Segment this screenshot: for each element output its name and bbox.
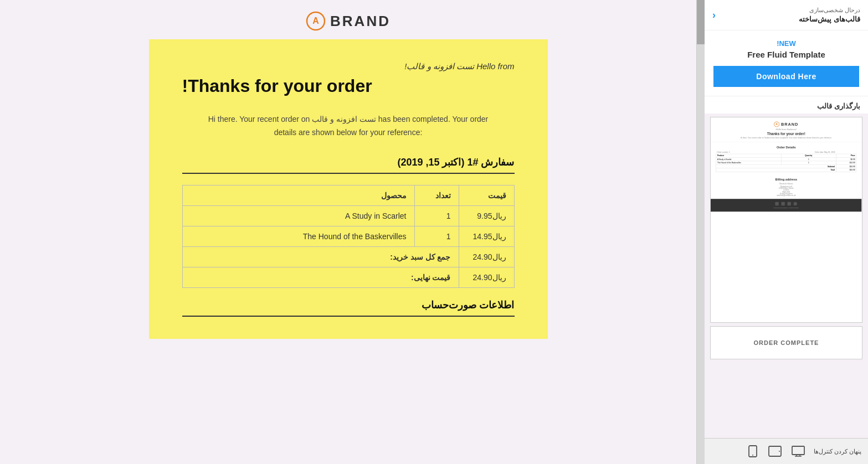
tablet-view-button[interactable] — [767, 444, 783, 458]
order-table: محصول تعداد قیمت A Study in Scarlet 1 ری… — [182, 185, 515, 288]
order-description: Hi there. Your recent order on تست افزون… — [182, 113, 515, 140]
email-template-box: Hello from تست افزونه و قالب! !Thanks fo… — [149, 39, 548, 339]
desktop-view-button[interactable] — [790, 444, 806, 458]
svg-point-2 — [774, 122, 779, 127]
preview-scale-wrapper: A BRAND Hello from Kadence! Thanks for y… — [711, 117, 862, 212]
table-row: قیمت نهایی: ریال24.90 — [182, 267, 514, 287]
sidebar-content: › درحال شخصی‌سازی قالب‌های پیش‌ساخته !NE… — [705, 0, 868, 464]
fluid-template-section: !NEW Free Fluid Template Download Here — [705, 30, 868, 96]
product-price-2: ریال14.95 — [459, 226, 514, 246]
preview-billing-city: London — [716, 189, 856, 191]
total-price: ریال24.90 — [459, 267, 514, 287]
tablet-icon — [768, 445, 782, 457]
brand-logo-icon: A — [306, 11, 326, 31]
sidebar: › درحال شخصی‌سازی قالب‌های پیش‌ساخته !NE… — [696, 0, 868, 464]
col-product: محصول — [182, 185, 414, 205]
table-row: A Study in Scarlet 1 ریال9.95 — [182, 205, 514, 226]
subtotal-label: جمع کل سبد خرید: — [182, 246, 459, 267]
preview-brand-name: BRAND — [781, 122, 798, 126]
thanks-heading: !Thanks for your order — [182, 76, 515, 96]
preview-hello: Hello from Kadence! — [717, 128, 855, 131]
prebuilt-templates-section[interactable]: › درحال شخصی‌سازی قالب‌های پیش‌ساخته — [705, 0, 868, 30]
col-qty: تعداد — [414, 185, 459, 205]
svg-rect-8 — [792, 446, 804, 455]
product-price-1: ریال9.95 — [459, 205, 514, 226]
preview-billing-name: Sherlock Holmes — [716, 183, 856, 186]
chevron-right-icon[interactable]: › — [712, 9, 716, 21]
sidebar-bottom-toolbar: پنهان کردن کنترل‌ها — [705, 438, 868, 464]
new-badge: !NEW — [713, 39, 859, 48]
preview-order-num: Order number: 1 — [716, 151, 781, 153]
brand-name: BRAND — [330, 13, 391, 30]
product-qty-2: 1 — [414, 226, 459, 246]
download-here-button[interactable]: Download Here — [713, 66, 859, 87]
preview-desc: Hi there. Your recent order on Kadence h… — [717, 137, 855, 140]
preview-order-date: Order date: May 01, 2018 — [781, 151, 836, 153]
brand-header: A BRAND — [306, 6, 391, 39]
order-complete-label: ORDER COMPLETE — [754, 339, 819, 346]
svg-text:A: A — [776, 123, 778, 126]
prebuilt-top-label: درحال شخصی‌سازی — [799, 7, 860, 14]
preview-billing-email: sherlock@holmes.co.uk — [716, 194, 856, 196]
table-row: جمع کل سبد خرید: ریال24.90 — [182, 246, 514, 267]
desktop-icon — [792, 445, 805, 457]
col-price: قیمت — [459, 185, 514, 205]
scrollbar-thumb[interactable] — [697, 0, 705, 44]
product-name-2: The Hound of the Baskervilles — [182, 226, 414, 246]
preview-thanks: Thanks for your order! — [717, 132, 855, 136]
subtotal-price: ریال24.90 — [459, 246, 514, 267]
order-desc-line1: Hi there. Your recent order on تست افزون… — [182, 113, 515, 126]
order-title: سفارش #1 (اکتبر 15, 2019) — [182, 156, 515, 174]
template-preview-1[interactable]: A BRAND Hello from Kadence! Thanks for y… — [710, 117, 862, 323]
svg-point-5 — [752, 455, 753, 456]
preview-billing-post: NW1 6XE — [716, 191, 856, 193]
template-preview-2[interactable]: ORDER COMPLETE — [710, 326, 862, 359]
product-qty-1: 1 — [414, 205, 459, 226]
mobile-icon — [747, 445, 758, 457]
total-label: قیمت نهایی: — [182, 267, 459, 287]
barcoding-label: بارگذاری قالب — [705, 96, 868, 114]
preview-billing-company: Detectives Ltd — [716, 185, 856, 187]
sidebar-scrollable: › درحال شخصی‌سازی قالب‌های پیش‌ساخته !NE… — [705, 0, 868, 438]
main-content: A BRAND Hello from تست افزونه و قالب! !T… — [0, 0, 696, 464]
table-header-row: محصول تعداد قیمت — [182, 185, 514, 205]
preview-billing-address: 221B Baker Street — [716, 188, 856, 189]
svg-point-7 — [779, 451, 780, 452]
table-row: The Hound of the Baskervilles 1 ریال14.9… — [182, 226, 514, 246]
preview-billing-title: Billing address — [716, 177, 856, 181]
sidebar-scrollbar[interactable] — [697, 0, 705, 464]
fluid-template-title: Free Fluid Template — [713, 50, 859, 59]
order-desc-line2: :details are shown below for your refere… — [182, 126, 515, 140]
product-name-1: A Study in Scarlet — [182, 205, 414, 226]
billing-title: اطلاعات صورت‌حساب — [182, 299, 515, 317]
prebuilt-bottom-label: قالب‌های پیش‌ساخته — [799, 15, 860, 23]
mobile-view-button[interactable] — [746, 444, 759, 458]
prebuilt-text: درحال شخصی‌سازی قالب‌های پیش‌ساخته — [799, 7, 860, 23]
preview-order-details-title: Order Details — [716, 145, 856, 148]
svg-text:A: A — [312, 16, 319, 25]
preview-footer-copy: Copyright 2018 Kadence. All rights reser… — [773, 207, 799, 209]
hello-text: Hello from تست افزونه و قالب! — [182, 61, 515, 71]
hide-controls-label: پنهان کردن کنترل‌ها — [814, 448, 861, 455]
preview-billing-country: United Kingdom — [716, 193, 856, 194]
